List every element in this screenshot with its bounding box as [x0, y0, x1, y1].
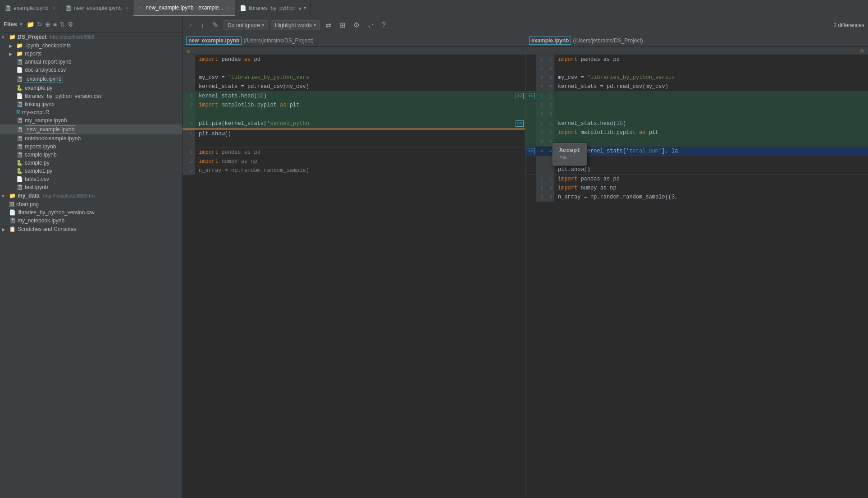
code-row: 1 1 kernel_stats.head(10)	[525, 119, 868, 128]
scratches-icon: 📋	[9, 226, 16, 232]
folder-icon: 📁	[16, 42, 23, 49]
sidebar-item-label: Scratches and Consoles	[18, 226, 76, 232]
tab-example[interactable]: 📓 example.ipynb ×	[0, 0, 60, 16]
sidebar-item-label: test.ipynb	[25, 184, 48, 190]
toggle-icon[interactable]: ⇄	[323, 19, 334, 31]
settings-icon[interactable]: ⚙	[68, 21, 73, 28]
sidebar-item-libraries-csv[interactable]: 📄 libraries_by_python_version.csv	[0, 92, 182, 100]
add-icon[interactable]: ⊕	[45, 21, 50, 28]
right-panel-header: example.ipynb (/Users/jetbrains/DS_Proje…	[525, 34, 868, 47]
sidebar-item-linking[interactable]: 📓 linking.ipynb	[0, 100, 182, 108]
line-num-left	[536, 165, 545, 174]
settings-gear-icon[interactable]: ⚙	[351, 19, 362, 31]
arrow-col[interactable]: >>	[514, 120, 525, 127]
right-diff-panel: example.ipynb (/Users/jetbrains/DS_Proje…	[525, 34, 868, 498]
arrow-up-button[interactable]: ↑	[186, 20, 195, 31]
ignore-label: Do not ignore	[228, 22, 260, 28]
expand-arrow-icon: ▶	[9, 51, 14, 56]
code-row: 1 1 import pandas as pd	[525, 175, 868, 184]
tab-diff-active[interactable]: ↔ new_example.ipynb - example... ×	[133, 0, 235, 16]
line-num-left: 2	[536, 128, 545, 137]
csv-icon: 📄	[16, 93, 23, 99]
tab-csv[interactable]: 📄 libraries_by_python_v ▾	[235, 0, 311, 16]
sidebar-item-chart-png[interactable]: 🖼 chart.png	[0, 200, 182, 208]
sidebar-item-sample-ipynb[interactable]: 📓 sample.ipynb	[0, 151, 182, 159]
sidebar-item-checkpoints[interactable]: ▶ 📁 .ipynb_checkpoints	[0, 42, 182, 50]
close-icon[interactable]: ×	[126, 5, 128, 11]
code-cell: import matplotlib.pyplot as plt	[554, 128, 868, 137]
view-icon[interactable]: ⊞	[337, 19, 348, 31]
sidebar-item-my-data[interactable]: ▾ 📁 my_data http://localhost:8889 fro	[0, 191, 182, 200]
tab-arrow[interactable]: ▾	[304, 5, 306, 10]
left-arrow-icon[interactable]: <<	[527, 93, 535, 99]
sidebar-item-sample-py[interactable]: 🐍 sample.py	[0, 159, 182, 167]
sidebar: Files ▾ 📁 ↻ ⊕ ≡ ⇅ ⚙ ▾ 📁 DS_Project http:…	[0, 16, 183, 498]
help-icon[interactable]: ?	[379, 20, 388, 31]
files-dropdown-arrow[interactable]: ▾	[20, 22, 22, 27]
r-icon: R	[16, 109, 20, 115]
code-cell: my_csv = "libraries_by_python_vers	[195, 73, 514, 82]
line-num-left: 3	[536, 73, 545, 82]
sidebar-item-label: .ipynb_checkpoints	[25, 42, 71, 49]
sidebar-item-ds-project[interactable]: ▾ 📁 DS_Project http://localhost:8888	[0, 32, 182, 42]
content-area: ↑ ↓ ✎ Do not ignore ▾ Highlight words ▾ …	[183, 16, 868, 498]
tab-new-example[interactable]: 📓 new_example.ipynb ×	[60, 0, 134, 16]
sidebar-item-table1-csv[interactable]: 📄 table1.csv	[0, 175, 182, 183]
code-row: << 1 1	[525, 92, 868, 101]
sidebar-item-label: example.py	[25, 85, 52, 91]
arrow-col-left[interactable]: <<	[525, 148, 536, 154]
sidebar-item-notebook-sample[interactable]: 📓 notebook-sample.ipynb	[0, 134, 182, 143]
sidebar-item-libraries-csv-2[interactable]: 📄 libraries_by_python_version.csv	[0, 208, 182, 217]
code-cell	[554, 101, 868, 110]
edit-button[interactable]: ✎	[210, 19, 221, 31]
expand-arrow-icon: ▾	[2, 194, 7, 198]
sidebar-item-reports-ipynb[interactable]: 📓 reports.ipynb	[0, 143, 182, 151]
ignore-dropdown[interactable]: Do not ignore ▾	[224, 20, 268, 30]
sidebar-item-scratches[interactable]: ▶ 📋 Scratches and Consoles	[0, 225, 182, 234]
sidebar-item-label: sample1.py	[25, 168, 52, 174]
sidebar-item-my-script-r[interactable]: R my-script.R	[0, 108, 182, 116]
arrow-col[interactable]: >>	[514, 93, 525, 99]
close-icon[interactable]: ×	[52, 5, 55, 11]
line-num-right: 2	[545, 64, 554, 73]
sort2-icon[interactable]: ⇅	[59, 21, 65, 28]
sidebar-item-example-py[interactable]: 🐍 example.py	[0, 84, 182, 92]
sidebar-item-annual-report[interactable]: 📓 annual-report.ipynb	[0, 58, 182, 66]
left-arrow-icon[interactable]: <<	[527, 148, 535, 154]
notebook-icon: 📓	[5, 5, 11, 11]
code-cell: kernel_stats = pd.read_csv(my_csv)	[554, 82, 868, 91]
sidebar-item-label: reports	[25, 51, 41, 57]
sidebar-item-my-sample[interactable]: 📓 my_sample.ipynb	[0, 116, 182, 124]
notebook-icon: 📓	[16, 101, 23, 107]
left-panel-header: new_example.ipynb (/Users/jetbrains/DS_P…	[183, 34, 525, 47]
sidebar-item-new-example[interactable]: 📓 new_example.ipynb	[0, 124, 182, 134]
highlight-dropdown[interactable]: Highlight words ▾	[271, 20, 320, 30]
sidebar-item-test[interactable]: 📓 test.ipynb	[0, 183, 182, 191]
diff-icon: ↔	[138, 5, 143, 11]
sidebar-item-example[interactable]: 📓 example.ipynb	[0, 74, 182, 84]
new-folder-icon[interactable]: 📁	[27, 21, 34, 28]
sidebar-item-my-notebook[interactable]: 📓 my_notebook.ipynb	[0, 217, 182, 225]
line-num: 4	[183, 119, 195, 128]
tab-label: new_example.ipynb	[74, 5, 122, 11]
arrow-col-left[interactable]: <<	[525, 93, 536, 99]
notebook-icon: 📓	[9, 217, 16, 224]
sidebar-item-reports-folder[interactable]: ▶ 📁 reports	[0, 50, 182, 58]
arrow-down-button[interactable]: ↓	[198, 20, 207, 31]
sidebar-item-sample1-py[interactable]: 🐍 sample1.py	[0, 167, 182, 175]
code-cell	[195, 138, 514, 148]
sort-icon[interactable]: ≡	[53, 21, 57, 28]
code-row: 4 plt.pie(kernel_stats['kernel_pytho >>	[183, 119, 525, 128]
close-icon[interactable]: ×	[227, 5, 230, 10]
right-arrow-icon[interactable]: >>	[516, 93, 524, 99]
code-cell: import pandas as pd	[554, 175, 868, 184]
code-row	[183, 138, 525, 148]
sidebar-item-label: notebook-sample.ipynb	[25, 135, 81, 142]
refresh-icon[interactable]: ↻	[37, 21, 42, 28]
sync-icon[interactable]: ⇌	[365, 19, 376, 31]
sidebar-item-doc-analytics[interactable]: 📄 doc-analytics.csv	[0, 66, 182, 74]
right-path: (/Users/jetbrains/DS_Project)	[573, 37, 643, 44]
code-cell: import pandas as pd	[554, 55, 868, 64]
right-arrow-icon[interactable]: >>	[516, 120, 524, 127]
line-num-left: 4	[536, 147, 545, 156]
